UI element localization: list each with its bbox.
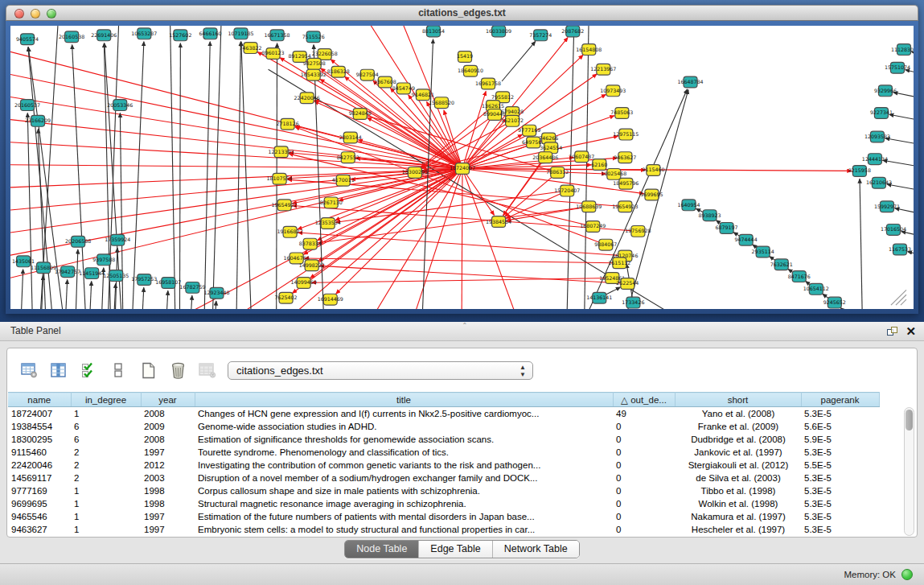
table-cell[interactable]: 2	[71, 446, 141, 459]
table-cell[interactable]: 1997	[141, 523, 195, 536]
network-node[interactable]: 16782759	[179, 282, 205, 293]
window-titlebar[interactable]: citations_edges.txt	[6, 5, 918, 21]
network-node[interactable]: 2087682	[561, 26, 584, 37]
network-node[interactable]: 9699695	[640, 189, 663, 200]
table-cell[interactable]: 0	[613, 472, 675, 484]
network-node[interactable]: 10607487	[569, 151, 594, 163]
float-panel-button[interactable]	[887, 327, 897, 336]
table-cell[interactable]: 18300295	[8, 433, 71, 446]
network-node[interactable]: 20160538	[59, 31, 84, 43]
table-cell[interactable]: 5.3E-5	[801, 510, 879, 523]
table-cell[interactable]: 5.5E-5	[801, 459, 879, 472]
column-header-pagerank[interactable]: pagerank	[801, 393, 879, 407]
table-cell[interactable]: 5.3E-5	[801, 407, 879, 420]
table-cell[interactable]: 18724007	[8, 407, 71, 420]
network-node[interactable]: 11128304	[891, 44, 914, 56]
network-node[interactable]: 2718126	[277, 118, 299, 130]
network-node[interactable]: 7463822	[239, 43, 261, 54]
network-node[interactable]: 9397588	[92, 254, 115, 266]
network-view-window[interactable]: citations_edges.txt 18724007183002951938…	[6, 5, 918, 314]
close-panel-button[interactable]: ✕	[906, 326, 916, 337]
network-node[interactable]: 17016504	[881, 224, 906, 235]
canvas-resize-grip[interactable]	[891, 290, 906, 305]
table-cell[interactable]: 2012	[141, 459, 195, 472]
network-node[interactable]: 8960123	[262, 48, 285, 60]
network-node[interactable]: 8215958	[848, 166, 871, 177]
table-cell[interactable]: 0	[613, 459, 675, 472]
network-node[interactable]: 8378334	[299, 238, 322, 249]
table-cell[interactable]: 0	[613, 446, 675, 459]
table-cell[interactable]: 5.6E-5	[801, 420, 879, 433]
network-node[interactable]: 14998222	[299, 260, 325, 271]
scrollbar-thumb[interactable]	[906, 410, 913, 431]
network-node[interactable]: 20206588	[65, 236, 91, 247]
network-node[interactable]: 7886312	[546, 167, 569, 179]
column-header-name[interactable]: name	[8, 393, 71, 407]
show-columns-button[interactable]	[47, 358, 71, 382]
network-node[interactable]: 12213393	[269, 146, 294, 158]
table-cell[interactable]: 6	[71, 433, 141, 446]
network-node[interactable]: 14099469	[291, 278, 317, 289]
table-cell[interactable]: 1998	[141, 484, 195, 497]
network-node[interactable]: 8267130	[320, 197, 343, 208]
network-node[interactable]: 7632621	[770, 259, 793, 270]
network-node[interactable]: 19166822	[277, 226, 303, 237]
network-node[interactable]: 7357274	[529, 30, 552, 41]
table-cell[interactable]: Estimation of the future numbers of pati…	[195, 510, 613, 523]
delete-table-button[interactable]	[195, 358, 220, 382]
table-selector[interactable]: citations_edges.txt ▲▼	[228, 361, 533, 380]
table-cell[interactable]: 22420046	[8, 459, 71, 472]
network-node[interactable]: 12505135	[103, 270, 129, 282]
table-cell[interactable]: Nakamura et al. (1997)	[675, 510, 801, 523]
network-node[interactable]: 16648784	[677, 76, 703, 88]
network-node[interactable]: 12213967	[590, 64, 616, 75]
network-node[interactable]: 8813054	[422, 26, 445, 37]
table-cell[interactable]: 0	[613, 510, 675, 523]
network-node[interactable]: 16961758	[475, 78, 501, 89]
network-node[interactable]: 17957253	[131, 274, 157, 286]
table-row[interactable]: 946554611997Estimation of the future num…	[8, 510, 879, 523]
table-cell[interactable]: Franke et al. (2009)	[675, 420, 801, 433]
table-cell[interactable]: Dudbridge et al. (2008)	[675, 433, 801, 446]
column-header-out_de[interactable]: △ out_de...	[613, 393, 675, 407]
network-node[interactable]: 20053346	[107, 100, 133, 111]
table-cell[interactable]: 1997	[141, 446, 195, 459]
table-cell[interactable]: 5.3E-5	[801, 497, 879, 510]
network-node[interactable]: 14136141	[586, 292, 612, 303]
network-node[interactable]: 62160	[591, 159, 607, 171]
network-node[interactable]: 9245652	[823, 297, 846, 308]
network-node[interactable]: 7485063	[610, 108, 633, 119]
table-cell[interactable]: 2	[71, 459, 141, 472]
unselect-all-columns-button[interactable]	[106, 358, 130, 382]
table-row[interactable]: 911546021997Tourette syndrome. Phenomeno…	[8, 446, 879, 459]
network-node[interactable]: 15992971	[874, 201, 900, 212]
table-cell[interactable]: Stergiakouli et al. (2012)	[675, 459, 801, 472]
table-cell[interactable]: 1997	[141, 510, 195, 523]
table-cell[interactable]: 5.9E-5	[801, 433, 879, 446]
table-cell[interactable]: 1	[71, 510, 141, 523]
table-cell[interactable]: Hescheler et al. (1997)	[675, 523, 801, 536]
table-cell[interactable]: 14569117	[8, 472, 71, 484]
table-cell[interactable]: 1	[71, 523, 141, 536]
network-node[interactable]: 23166209	[25, 115, 51, 126]
table-mode-button[interactable]	[17, 358, 41, 382]
network-node[interactable]: 18495796	[613, 178, 639, 189]
table-cell[interactable]: 9465546	[8, 510, 71, 523]
table-cell[interactable]: 2008	[141, 433, 195, 446]
network-node[interactable]: 10688639	[576, 201, 602, 212]
network-node[interactable]: 18107554	[267, 173, 293, 184]
column-header-year[interactable]: year	[141, 393, 195, 407]
table-row[interactable]: 1456911722003Disruption of a novel membe…	[8, 472, 879, 484]
network-node[interactable]: 16807249	[580, 221, 606, 233]
network-node[interactable]: 9329966	[874, 85, 897, 97]
network-node[interactable]: 12444134	[862, 154, 888, 165]
tab-edge-table[interactable]: Edge Table	[418, 541, 491, 558]
column-header-title[interactable]: title	[195, 393, 613, 407]
network-node[interactable]: 9405574	[16, 34, 39, 45]
table-cell[interactable]: 5.3E-5	[801, 446, 879, 459]
tab-network-table[interactable]: Network Table	[492, 541, 579, 558]
network-node[interactable]: 22691406	[91, 30, 117, 41]
network-node[interactable]: 16914469	[318, 294, 343, 305]
table-cell[interactable]: Corpus callosum shape and size in male p…	[195, 484, 613, 497]
window-zoom-button[interactable]	[47, 9, 56, 19]
